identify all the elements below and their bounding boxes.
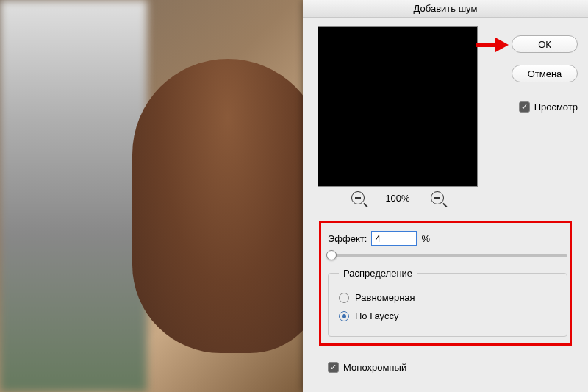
cancel-button[interactable]: Отмена — [512, 65, 578, 82]
distribution-group-label: Распределение — [339, 268, 417, 279]
radio-unchecked-icon — [339, 293, 349, 303]
distribution-option-uniform[interactable]: Равномерная — [339, 292, 556, 303]
checkbox-checked-icon: ✓ — [328, 362, 339, 373]
zoom-in-icon[interactable] — [431, 191, 444, 204]
monochrome-checkbox-row[interactable]: ✓ Монохромный — [328, 362, 406, 373]
background-photo-hair — [132, 59, 323, 353]
zoom-level-label: 100% — [385, 193, 409, 204]
radio-label: Равномерная — [355, 292, 415, 303]
distribution-option-gaussian[interactable]: По Гауссу — [339, 310, 556, 321]
preview-checkbox-row[interactable]: ✓ Просмотр — [519, 101, 578, 113]
effect-unit: % — [421, 233, 430, 244]
effect-slider-thumb[interactable] — [326, 250, 337, 260]
ok-button[interactable]: ОК — [512, 35, 578, 53]
zoom-out-icon[interactable] — [351, 191, 365, 204]
radio-checked-icon — [339, 311, 349, 321]
monochrome-label: Монохромный — [343, 362, 406, 373]
zoom-controls: 100% — [318, 191, 478, 204]
checkbox-checked-icon: ✓ — [519, 101, 530, 113]
effect-amount-input[interactable] — [371, 231, 417, 246]
effect-slider-track[interactable] — [328, 254, 567, 257]
effect-amount-row: Эффект: % — [328, 231, 430, 246]
dialog-title: Добавить шум — [303, 0, 588, 18]
distribution-group: Распределение Равномерная По Гауссу — [328, 268, 567, 337]
effect-label: Эффект: — [328, 233, 367, 244]
noise-preview — [318, 26, 478, 187]
annotation-arrow — [476, 40, 509, 50]
preview-label: Просмотр — [534, 101, 578, 113]
radio-label: По Гауссу — [355, 310, 398, 321]
add-noise-dialog: Добавить шум ОК Отмена ✓ Просмотр 100% Э… — [303, 0, 588, 392]
